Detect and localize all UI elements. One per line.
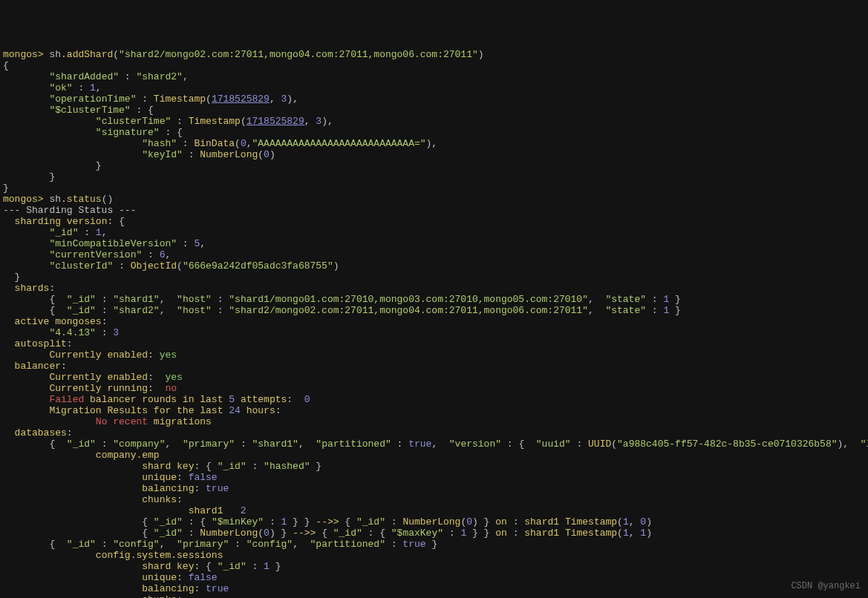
terminal-output[interactable]: mongos> sh.addShard("shard2/mongo02.com:… bbox=[3, 49, 865, 598]
mongos-prompt: mongos> bbox=[3, 49, 44, 60]
watermark: CSDN @yangkei bbox=[791, 581, 861, 592]
